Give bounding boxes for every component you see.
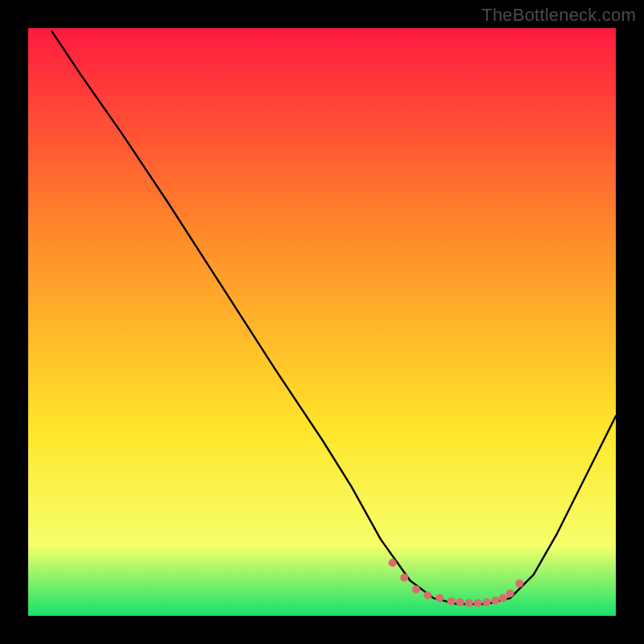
chart-svg xyxy=(28,28,616,616)
gradient-background xyxy=(28,28,616,616)
marker-dot xyxy=(515,580,523,588)
marker-dot xyxy=(482,598,490,606)
watermark-text: TheBottleneck.com xyxy=(481,5,636,26)
marker-dot xyxy=(448,597,456,605)
marker-dot xyxy=(400,574,408,582)
plot-area xyxy=(28,28,616,616)
marker-dot xyxy=(465,599,473,607)
marker-dot xyxy=(423,591,431,599)
chart-frame: TheBottleneck.com xyxy=(0,0,644,644)
marker-dot xyxy=(456,598,464,606)
marker-dot xyxy=(412,585,420,593)
marker-dot xyxy=(491,597,499,605)
marker-dot xyxy=(436,594,444,602)
marker-dot xyxy=(506,589,514,597)
marker-dot xyxy=(473,599,481,607)
marker-dot xyxy=(389,559,397,567)
marker-dot xyxy=(499,594,507,602)
